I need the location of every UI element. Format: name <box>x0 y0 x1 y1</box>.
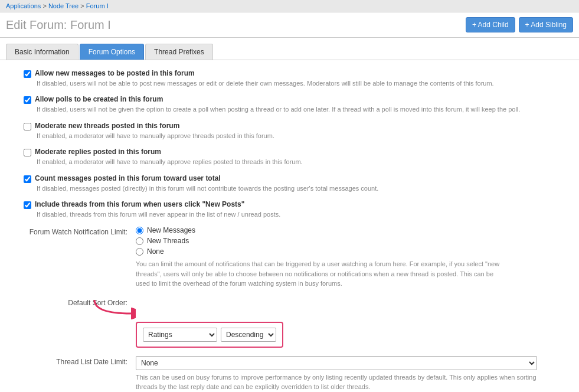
default-sort-row: Default Sort Order: RatingsL <box>6 297 573 348</box>
sort-field-select[interactable]: RatingsLast Post DateThread Start DateRe… <box>143 328 217 342</box>
option-row-cb4: Moderate replies posted in this forum If… <box>24 148 573 166</box>
checkbox-cb5[interactable] <box>24 175 31 183</box>
option-row-cb6: Include threads from this forum when use… <box>24 200 573 219</box>
checkbox-label-cb6[interactable]: Include threads from this forum when use… <box>24 200 573 209</box>
radio-group-watch: New Messages New Threads None <box>136 226 573 256</box>
checkbox-desc-cb1: If disabled, users will not be able to p… <box>37 79 573 88</box>
checkbox-cb3[interactable] <box>24 123 31 130</box>
breadcrumb-forum-i[interactable]: Forum I <box>86 2 109 9</box>
page-title-prefix: Edit Forum: <box>6 18 67 31</box>
forum-watch-label: Forum Watch Notification Limit: <box>6 226 136 236</box>
checkbox-label-cb4[interactable]: Moderate replies posted in this forum <box>24 148 573 156</box>
thread-date-label: Thread List Date Limit: <box>6 356 136 366</box>
page-title-name: Forum I <box>70 18 111 31</box>
default-sort-content: RatingsLast Post DateThread Start DateRe… <box>136 297 573 348</box>
checkbox-label-cb2[interactable]: Allow polls to be created in this forum <box>24 95 573 104</box>
radio-new-messages-label: New Messages <box>147 226 195 234</box>
checkbox-desc-cb2: If disabled, users will not be given the… <box>37 105 573 114</box>
add-sibling-button[interactable]: + Add Sibling <box>519 17 573 32</box>
radio-new-threads-label: New Threads <box>147 237 189 245</box>
checkbox-label-cb1[interactable]: Allow new messages to be posted in this … <box>24 69 573 78</box>
radio-new-threads[interactable]: New Threads <box>136 237 573 245</box>
checkbox-cb4[interactable] <box>24 149 31 156</box>
option-row-cb5: Count messages posted in this forum towa… <box>24 174 573 193</box>
page-header: Edit Forum: Forum I + Add Child + Add Si… <box>0 12 579 38</box>
thread-date-content: None1 Day2 Days1 Week2 Weeks1 Month2 Mon… <box>136 356 573 392</box>
breadcrumb: Applications > Node Tree > Forum I <box>0 0 579 12</box>
tabs: Basic Information Forum Options Thread P… <box>0 38 579 60</box>
checkbox-text-cb1: Allow new messages to be posted in this … <box>35 69 195 77</box>
checkbox-desc-cb5: If disabled, messages posted (directly) … <box>37 184 573 193</box>
thread-date-description: This can be used on busy forums to impro… <box>136 373 537 392</box>
sort-order-select[interactable]: DescendingAscending <box>221 328 276 342</box>
thread-date-select[interactable]: None1 Day2 Days1 Week2 Weeks1 Month2 Mon… <box>136 356 537 370</box>
watch-description: You can limit the amount of notification… <box>136 259 502 289</box>
checkbox-label-cb5[interactable]: Count messages posted in this forum towa… <box>24 174 573 183</box>
checkbox-label-cb3[interactable]: Moderate new threads posted in this foru… <box>24 122 573 130</box>
forum-watch-row: Forum Watch Notification Limit: New Mess… <box>6 226 573 289</box>
checkbox-text-cb6: Include threads from this forum when use… <box>35 200 244 208</box>
checkbox-cb1[interactable] <box>24 70 31 78</box>
checkboxes-section: Allow new messages to be posted in this … <box>24 69 573 219</box>
checkbox-cb6[interactable] <box>24 201 31 209</box>
radio-new-messages[interactable]: New Messages <box>136 226 573 234</box>
option-row-cb1: Allow new messages to be posted in this … <box>24 69 573 88</box>
header-buttons: + Add Child + Add Sibling <box>466 17 573 32</box>
sort-order-box: RatingsLast Post DateThread Start DateRe… <box>136 322 283 348</box>
arrow-indicator <box>89 297 573 319</box>
checkbox-desc-cb6: If disabled, threads from this forum wil… <box>37 210 573 219</box>
checkbox-text-cb5: Count messages posted in this forum towa… <box>35 174 221 182</box>
checkbox-text-cb2: Allow polls to be created in this forum <box>35 95 163 103</box>
thread-date-row: Thread List Date Limit: None1 Day2 Days1… <box>6 356 573 392</box>
checkbox-text-cb4: Moderate replies posted in this forum <box>35 148 161 156</box>
tab-basic-information[interactable]: Basic Information <box>6 44 78 60</box>
page-content: Basic Information Forum Options Thread P… <box>0 38 579 392</box>
option-row-cb3: Moderate new threads posted in this foru… <box>24 122 573 141</box>
breadcrumb-applications[interactable]: Applications <box>6 2 41 9</box>
checkbox-cb2[interactable] <box>24 96 31 104</box>
content-area: Allow new messages to be posted in this … <box>0 60 579 392</box>
breadcrumb-node-tree[interactable]: Node Tree <box>48 2 78 9</box>
checkbox-desc-cb4: If enabled, a moderator will have to man… <box>37 158 573 166</box>
option-row-cb2: Allow polls to be created in this forum … <box>24 95 573 114</box>
tab-forum-options[interactable]: Forum Options <box>80 44 144 60</box>
radio-new-messages-input[interactable] <box>136 227 143 234</box>
tab-thread-prefixes[interactable]: Thread Prefixes <box>145 44 213 60</box>
radio-new-threads-input[interactable] <box>136 237 143 245</box>
add-child-button[interactable]: + Add Child <box>466 17 515 32</box>
page-title: Edit Forum: Forum I <box>6 18 111 32</box>
red-arrow-svg <box>89 297 136 319</box>
checkbox-text-cb3: Moderate new threads posted in this foru… <box>35 122 179 130</box>
radio-none-label: None <box>147 247 164 256</box>
forum-watch-content: New Messages New Threads None You can li… <box>136 226 573 289</box>
checkbox-desc-cb3: If enabled, a moderator will have to man… <box>37 132 573 141</box>
radio-none-input[interactable] <box>136 248 143 256</box>
radio-none[interactable]: None <box>136 247 573 256</box>
